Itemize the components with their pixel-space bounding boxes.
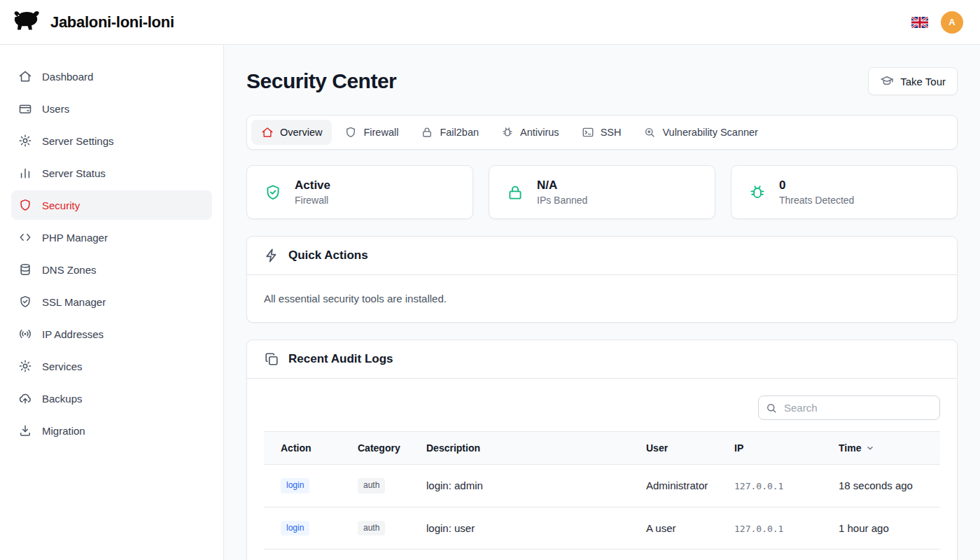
tab-firewall[interactable]: Firewall xyxy=(335,120,408,145)
graduation-cap-icon xyxy=(880,74,894,88)
column-header-user[interactable]: User xyxy=(629,432,718,464)
sidebar-item-label: DNS Zones xyxy=(42,264,97,276)
shield-check-icon xyxy=(264,183,282,202)
tab-label: Vulnerability Scanner xyxy=(662,127,757,138)
download-icon xyxy=(18,424,32,438)
app-title: Jabaloni-loni-loni xyxy=(50,13,174,31)
topbar: Jabaloni-loni-loni A xyxy=(0,0,980,45)
bar-chart-icon xyxy=(18,166,32,180)
database-icon xyxy=(18,262,32,276)
sidebar-item-label: Users xyxy=(42,103,69,115)
home-icon xyxy=(18,69,32,83)
sidebar-item-label: Server Settings xyxy=(42,135,114,147)
description-cell: login: user xyxy=(410,509,629,547)
stat-value: Active xyxy=(295,178,330,192)
scan-icon xyxy=(643,126,656,139)
tab-vulnerability-scanner[interactable]: Vulnerability Scanner xyxy=(634,120,767,145)
sidebar-item-security[interactable]: Security xyxy=(11,190,212,220)
sidebar-item-label: Security xyxy=(42,200,80,211)
page-title: Security Center xyxy=(246,69,396,93)
action-badge[interactable]: login xyxy=(281,478,309,493)
terminal-icon xyxy=(582,126,594,139)
bug-icon xyxy=(748,183,766,202)
sidebar-item-ssl-manager[interactable]: SSL Manager xyxy=(11,287,212,316)
shield-check-icon xyxy=(18,295,32,309)
security-tabs: Overview Firewall Fail2ban Antivirus xyxy=(246,115,958,150)
sidebar-item-migration[interactable]: Migration xyxy=(11,416,212,445)
sidebar-item-users[interactable]: Users xyxy=(11,94,212,123)
sidebar: Dashboard Users Server Settings Server S… xyxy=(0,45,224,560)
tab-fail2ban[interactable]: Fail2ban xyxy=(411,120,489,145)
bug-icon xyxy=(501,126,514,139)
sidebar-item-label: Migration xyxy=(42,425,85,437)
take-tour-button[interactable]: Take Tour xyxy=(868,67,958,95)
sidebar-item-dashboard[interactable]: Dashboard xyxy=(11,62,212,91)
sidebar-item-server-settings[interactable]: Server Settings xyxy=(11,126,212,155)
column-header-description[interactable]: Description xyxy=(410,432,629,464)
ip-cell: 127.0.0.1 xyxy=(734,481,783,491)
clipboard-copy-icon xyxy=(264,351,279,367)
sidebar-item-services[interactable]: Services xyxy=(11,351,212,381)
search-box xyxy=(758,396,940,420)
tab-label: Antivirus xyxy=(520,127,559,138)
table-row xyxy=(264,550,940,560)
sidebar-item-label: Server Status xyxy=(42,167,106,179)
audit-table: Action Category Description User IP Time xyxy=(264,431,940,560)
quick-actions-title: Quick Actions xyxy=(288,248,368,262)
user-avatar[interactable]: A xyxy=(941,11,963,34)
lock-icon xyxy=(506,183,524,202)
sidebar-item-dns-zones[interactable]: DNS Zones xyxy=(11,255,212,284)
main-content: Security Center Take Tour Overview Fir xyxy=(224,45,980,560)
tab-label: SSH xyxy=(601,127,622,138)
code-icon xyxy=(18,230,32,244)
stat-label: IPs Banned xyxy=(537,195,587,206)
quick-actions-message: All essential security tools are install… xyxy=(247,275,957,322)
sidebar-item-label: IP Addresses xyxy=(42,328,104,340)
stat-value: 0 xyxy=(779,178,854,192)
tab-ssh[interactable]: SSH xyxy=(572,120,631,145)
time-cell: 18 seconds ago xyxy=(822,466,940,505)
users-icon xyxy=(18,102,32,115)
sidebar-item-backups[interactable]: Backups xyxy=(11,384,212,413)
category-badge: auth xyxy=(358,478,385,493)
sidebar-item-server-status[interactable]: Server Status xyxy=(11,158,212,188)
column-header-action[interactable]: Action xyxy=(264,432,341,464)
brand: Jabaloni-loni-loni xyxy=(11,8,174,36)
action-badge[interactable]: login xyxy=(281,521,309,536)
table-row: login auth login: admin Administrator 12… xyxy=(264,465,940,507)
cloud-upload-icon xyxy=(18,391,32,405)
sidebar-item-label: Dashboard xyxy=(42,71,93,83)
description-cell: login: admin xyxy=(410,466,629,505)
tab-antivirus[interactable]: Antivirus xyxy=(491,120,569,145)
tab-label: Overview xyxy=(280,127,322,138)
topbar-right: A xyxy=(911,11,969,34)
tab-overview[interactable]: Overview xyxy=(251,120,332,145)
sidebar-item-label: Backups xyxy=(42,393,83,405)
shield-icon xyxy=(18,198,32,212)
table-header-row: Action Category Description User IP Time xyxy=(264,431,940,465)
sidebar-item-php-manager[interactable]: PHP Manager xyxy=(11,223,212,252)
column-header-ip[interactable]: IP xyxy=(718,432,822,464)
stat-card-threats: 0 Threats Detected xyxy=(731,165,958,219)
audit-logs-title: Recent Audit Logs xyxy=(288,352,393,366)
search-icon xyxy=(765,402,778,414)
search-input[interactable] xyxy=(758,396,940,420)
sidebar-item-ip-addresses[interactable]: IP Addresses xyxy=(11,319,212,349)
tab-label: Firewall xyxy=(363,127,398,138)
take-tour-label: Take Tour xyxy=(900,76,946,88)
column-header-category[interactable]: Category xyxy=(341,432,410,464)
sidebar-item-label: Services xyxy=(42,360,83,372)
lightning-icon xyxy=(264,248,279,263)
time-cell: 1 hour ago xyxy=(822,509,940,547)
gear-icon xyxy=(18,359,32,373)
broadcast-icon xyxy=(18,327,32,341)
stat-value: N/A xyxy=(537,178,587,192)
table-row: login auth login: user A user 127.0.0.1 … xyxy=(264,507,940,550)
audit-logs-card: Recent Audit Logs Action Category D xyxy=(246,340,958,560)
ip-cell: 127.0.0.1 xyxy=(734,524,783,534)
language-flag-icon[interactable] xyxy=(911,17,928,28)
sidebar-item-label: PHP Manager xyxy=(42,232,108,244)
stats-row: Active Firewall N/A IPs Banned 0 xyxy=(246,165,958,219)
stat-card-ips-banned: N/A IPs Banned xyxy=(489,165,715,219)
column-header-time[interactable]: Time xyxy=(822,432,940,464)
